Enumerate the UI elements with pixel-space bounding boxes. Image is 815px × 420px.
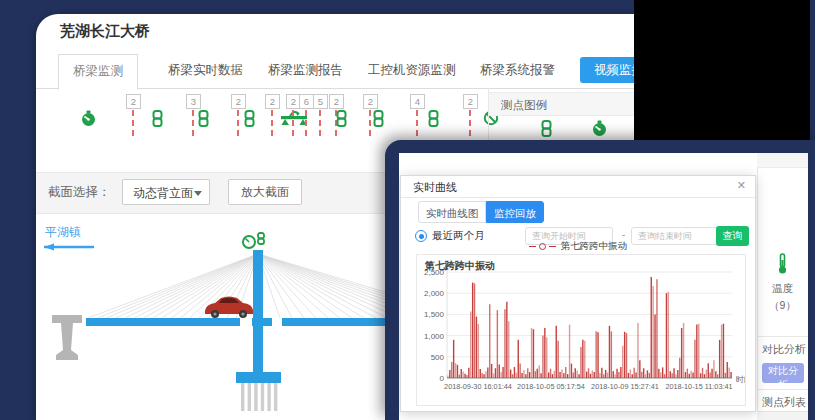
enlarge-section-button[interactable]: 放大截面 [228,179,302,205]
sensor-dashed-line [369,110,371,136]
tab-bridge-monitor[interactable]: 桥梁监测 [58,54,138,90]
popup-window-content: 温度 （9） 对比分析 对比分析 测点列表 实时曲线 ✕ 实时曲线图 监控回放 … [399,153,808,420]
svg-text:时间: 时间 [736,375,745,384]
chart-legend[interactable]: 第七跨跨中振动 [401,240,755,252]
sensor-count-badge[interactable]: 6 [299,94,314,109]
divider [757,389,808,390]
legend-circle-icon [539,243,546,250]
tab-ipc-resource[interactable]: 工控机资源监测 [354,54,470,87]
close-icon[interactable]: ✕ [737,179,746,192]
dialog-title: 实时曲线 [413,180,457,195]
gauge-icon [591,120,608,141]
sensor-dashed-line [271,110,273,136]
direction-label: 平湖镇 [45,224,81,241]
svg-text:2,000: 2,000 [424,289,445,298]
legend-line-icon [529,246,536,247]
vibration-chart: 05001,0001,5002,0002,5002018-09-30 16:01… [417,255,745,405]
section-select-value: 动态背立面 [133,186,193,200]
range-separator: - [622,229,625,240]
tab-monitor-playback[interactable]: 监控回放 [486,201,544,223]
sensor-count-badge[interactable]: 2 [265,94,280,109]
sensor-count-badge[interactable]: 2 [329,94,344,109]
compare-analysis-header: 对比分析 [762,342,806,357]
chart-title: 第七跨跨中振动 [425,259,495,273]
sensor-count-badge[interactable]: 4 [410,94,425,109]
legend-line-icon [549,246,556,247]
sensor-count-badge[interactable]: 2 [126,94,141,109]
tab-realtime-curve[interactable]: 实时曲线图 [418,201,486,223]
sensor-count-badge[interactable]: 3 [186,94,201,109]
svg-text:2018-10-05 05:17:54: 2018-10-05 05:17:54 [517,382,585,391]
tab-monitor-report[interactable]: 桥梁监测报告 [254,54,357,87]
tab-system-alarm[interactable]: 桥梁系统报警 [466,54,569,87]
sensor-dashed-line [132,110,134,136]
gauge-icon[interactable] [80,110,97,131]
link-icon [541,120,552,141]
thermometer-icon [776,253,789,275]
section-select-dropdown[interactable]: 动态背立面 [122,179,210,205]
black-overlay-region [634,0,810,140]
sensor-count-badge[interactable]: 2 [231,94,246,109]
chart-container: 第七跨跨中振动 05001,0001,5002,0002,5002018-09-… [416,254,746,406]
page-title: 芜湖长江大桥 [60,22,150,41]
sensor-dashed-line [469,110,471,136]
chevron-down-icon [194,191,202,196]
sensor-count-badge[interactable]: 2 [463,94,478,109]
temperature-label: 温度 [757,282,808,296]
popup-window: 温度 （9） 对比分析 对比分析 测点列表 实时曲线 ✕ 实时曲线图 监控回放 … [385,140,815,420]
realtime-curve-dialog: 实时曲线 ✕ 实时曲线图 监控回放 最近两个月 - 查询 第 [400,175,756,412]
temperature-legend: 温度 （9） [757,253,808,313]
svg-text:1,500: 1,500 [424,310,445,319]
popup-panel-footer-band [757,411,808,420]
sensor-dashed-line [416,110,418,136]
compare-analysis-button[interactable]: 对比分析 [762,363,804,383]
sensor-count-badge[interactable]: 2 [363,94,378,109]
sensor-dashed-line [237,110,239,136]
legend-series-name: 第七跨跨中振动 [561,240,628,253]
dialog-titlebar: 实时曲线 ✕ [401,176,755,198]
svg-text:2018-09-30 16:01:44: 2018-09-30 16:01:44 [444,382,512,391]
sensor-dashed-line [305,110,307,136]
link-icon[interactable] [428,110,439,131]
divider [757,336,808,337]
link-icon[interactable] [373,110,384,131]
point-list-header: 测点列表 [762,395,806,410]
sensor-dashed-line [292,110,294,136]
svg-text:500: 500 [431,353,445,362]
temperature-count: （9） [757,299,808,313]
screen: 芜湖长江大桥 桥梁监测 桥梁实时数据 桥梁监测报告 工控机资源监测 桥梁系统报警… [0,0,815,420]
sensor-dashed-line [192,110,194,136]
link-icon[interactable] [244,110,255,131]
link-icon[interactable] [336,110,347,131]
bridge-bearing-icon[interactable] [280,110,308,130]
sensor-dashed-line [319,110,321,136]
svg-text:2018-10-09 15:27:41: 2018-10-09 15:27:41 [591,382,659,391]
link-icon[interactable] [152,110,163,131]
link-icon[interactable] [198,110,209,131]
section-select-label: 截面选择： [48,184,111,201]
popup-panel-header-band [757,153,808,168]
sensor-count-badge[interactable]: 5 [313,94,328,109]
svg-text:1,000: 1,000 [424,332,445,341]
tab-realtime-data[interactable]: 桥梁实时数据 [154,54,257,87]
svg-text:2018-10-15 11:03:41: 2018-10-15 11:03:41 [665,382,732,391]
